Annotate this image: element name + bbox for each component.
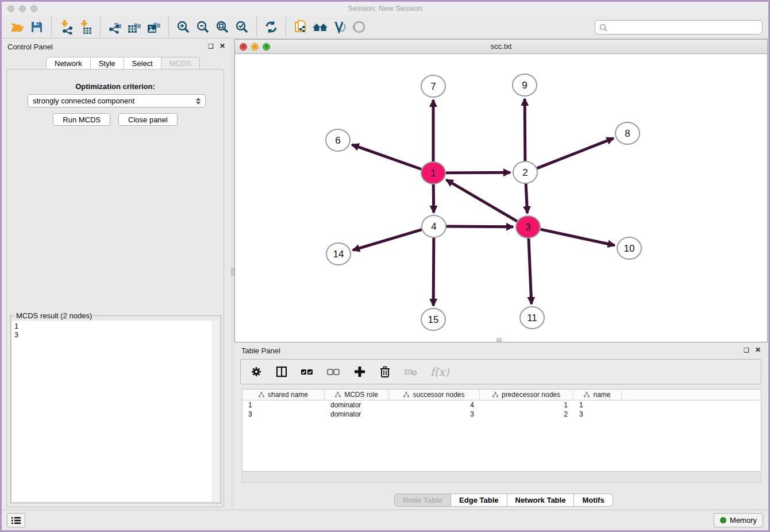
edge-3-10[interactable] xyxy=(541,229,615,245)
select-all-icon[interactable] xyxy=(301,365,314,378)
memory-status-icon xyxy=(720,517,726,523)
control-panel: Control Panel ❑ ✕ NetworkStyleSelectMCDS… xyxy=(2,39,231,510)
close-panel-button[interactable]: Close panel xyxy=(118,113,178,126)
mcds-result-list[interactable]: 1 3 xyxy=(12,321,220,502)
toolbar-separator xyxy=(256,17,257,37)
table-cell: 1 xyxy=(480,400,573,410)
status-bar: Memory xyxy=(2,510,768,530)
dropdown-stepper-icon xyxy=(196,98,201,105)
table-header-row: shared nameMCDS rolesuccessor nodesprede… xyxy=(242,390,761,400)
float-panel-icon[interactable]: ❑ xyxy=(208,43,214,49)
search-field[interactable] xyxy=(595,20,763,34)
run-mcds-button[interactable]: Run MCDS xyxy=(53,113,110,126)
node-11[interactable]: 11 xyxy=(520,307,544,329)
svg-text:9: 9 xyxy=(522,80,527,91)
node-7[interactable]: 7 xyxy=(421,75,445,97)
table-cell: 4 xyxy=(389,400,480,410)
tab-mcds[interactable]: MCDS xyxy=(161,57,200,70)
node-10[interactable]: 10 xyxy=(617,237,641,259)
app-window: Session: New Session xyxy=(0,0,770,532)
node-table[interactable]: shared nameMCDS rolesuccessor nodesprede… xyxy=(242,389,761,472)
node-14[interactable]: 14 xyxy=(326,243,351,265)
table-row[interactable]: 3dominator323 xyxy=(242,410,761,419)
table-toolbar: f(x) xyxy=(240,359,761,384)
import-network-icon[interactable] xyxy=(56,18,76,36)
edge-3-11[interactable] xyxy=(529,238,532,304)
node-4[interactable]: 4 xyxy=(422,215,446,237)
zoom-in-icon[interactable] xyxy=(174,18,193,36)
column-header[interactable]: MCDS role xyxy=(325,390,389,400)
table-settings-gear-icon[interactable] xyxy=(250,365,263,378)
tab-select[interactable]: Select xyxy=(124,57,161,70)
zoom-selected-icon[interactable] xyxy=(232,18,252,36)
node-1[interactable]: 1 xyxy=(421,162,445,184)
node-9[interactable]: 9 xyxy=(513,74,537,96)
style-preview-icon[interactable] xyxy=(330,18,349,36)
network-canvas-svg[interactable]: 7968124314101511 xyxy=(235,54,767,342)
tab-style[interactable]: Style xyxy=(91,57,124,70)
add-column-plus-icon[interactable] xyxy=(353,365,366,378)
column-header[interactable]: name xyxy=(573,390,622,400)
refresh-icon[interactable] xyxy=(261,18,281,36)
mcds-result-group: MCDS result (2 nodes) 1 3 xyxy=(10,315,221,503)
search-icon xyxy=(599,23,608,32)
edge-1-2[interactable] xyxy=(446,172,510,173)
control-panel-tabs: NetworkStyleSelectMCDS xyxy=(46,57,200,70)
export-table-icon[interactable] xyxy=(125,18,144,36)
delete-column-icon xyxy=(404,365,418,378)
titlebar: Session: New Session xyxy=(2,2,768,16)
network-window-titlebar[interactable]: × − + scc.txt xyxy=(235,40,767,54)
edge-4-3[interactable] xyxy=(446,226,513,227)
edge-4-14[interactable] xyxy=(353,230,422,250)
node-6[interactable]: 6 xyxy=(326,129,350,151)
svg-text:2: 2 xyxy=(522,167,528,178)
mcds-tab-content: Optimization criterion: strongly connect… xyxy=(6,69,224,507)
column-header[interactable]: successor nodes xyxy=(389,390,480,400)
column-header[interactable]: shared name xyxy=(242,390,325,400)
node-2[interactable]: 2 xyxy=(513,161,537,183)
column-header[interactable]: predecessor nodes xyxy=(480,390,573,400)
memory-button[interactable]: Memory xyxy=(714,513,763,527)
svg-text:7: 7 xyxy=(430,81,436,92)
table-row[interactable]: 1dominator411 xyxy=(242,400,761,410)
table-hscrollbar[interactable] xyxy=(242,473,761,483)
toolbar-separator xyxy=(286,17,286,37)
column-panel-icon[interactable] xyxy=(275,365,288,378)
tab-edge-table[interactable]: Edge Table xyxy=(451,494,507,507)
table-cell: 1 xyxy=(242,400,325,410)
export-image-icon[interactable] xyxy=(144,18,164,36)
duplicate-network-icon[interactable] xyxy=(291,18,310,36)
task-history-button[interactable] xyxy=(7,513,25,527)
delete-trash-icon[interactable] xyxy=(379,365,391,378)
tab-motifs[interactable]: Motifs xyxy=(574,494,613,507)
edge-1-6[interactable] xyxy=(352,145,422,169)
node-15[interactable]: 15 xyxy=(421,309,445,330)
close-panel-icon[interactable]: ✕ xyxy=(220,43,225,49)
canvas-scroll-grip[interactable] xyxy=(496,338,502,342)
close-table-panel-icon[interactable]: ✕ xyxy=(755,346,761,353)
edge-3-1[interactable] xyxy=(446,180,517,221)
node-8[interactable]: 8 xyxy=(615,122,640,144)
node-3[interactable]: 3 xyxy=(516,216,540,238)
export-network-icon[interactable] xyxy=(105,18,125,36)
deselect-all-icon[interactable] xyxy=(327,365,341,378)
float-table-panel-icon[interactable]: ❑ xyxy=(744,346,749,353)
hierarchy-icon xyxy=(492,392,498,398)
tab-node-table[interactable]: Node Table xyxy=(394,494,451,507)
search-input[interactable] xyxy=(608,24,762,32)
open-session-icon[interactable] xyxy=(7,18,27,36)
home-icon[interactable] xyxy=(310,18,330,36)
import-table-icon[interactable] xyxy=(76,18,95,36)
criterion-dropdown[interactable]: strongly connected component xyxy=(28,94,206,107)
save-session-icon[interactable] xyxy=(27,18,47,36)
fit-content-icon[interactable] xyxy=(213,18,232,36)
show-hide-icon[interactable] xyxy=(349,18,369,36)
edge-2-9[interactable] xyxy=(525,99,525,161)
edge-2-3[interactable] xyxy=(526,184,527,213)
tab-network[interactable]: Network xyxy=(46,57,91,70)
edge-2-8[interactable] xyxy=(537,138,614,168)
edge-4-15[interactable] xyxy=(433,238,434,306)
result-scrollbar[interactable] xyxy=(212,321,220,502)
tab-network-table[interactable]: Network Table xyxy=(507,494,575,507)
zoom-out-icon[interactable] xyxy=(193,18,213,36)
